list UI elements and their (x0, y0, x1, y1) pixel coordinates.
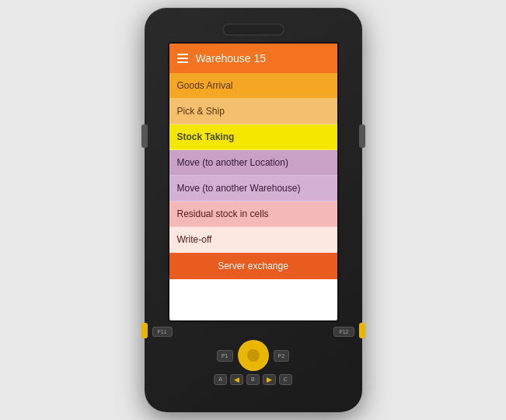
dpad[interactable] (238, 340, 269, 371)
hamburger-icon[interactable] (177, 54, 188, 63)
f11-button[interactable]: F11 (152, 327, 173, 337)
key-b[interactable]: B (246, 374, 260, 385)
p2-button[interactable]: P2 (274, 350, 290, 362)
menu-item-residual[interactable]: Residual stock in cells (169, 201, 337, 227)
scanner-bump (222, 23, 284, 36)
side-button-left-yellow[interactable] (141, 323, 148, 338)
menu-item-move-location[interactable]: Move (to another Location) (169, 150, 337, 176)
app-header: Warehouse 15 (169, 44, 337, 73)
key-a[interactable]: A (214, 374, 227, 385)
server-exchange-button[interactable]: Server exchange (169, 253, 337, 279)
dpad-center (247, 349, 260, 362)
f12-button[interactable]: F12 (333, 327, 354, 337)
menu-item-stock-taking[interactable]: Stock Taking (169, 124, 337, 150)
alpha-key-row: A ◀ B ▶ C (214, 374, 291, 385)
menu-item-pick-ship[interactable]: Pick & Ship (169, 99, 337, 124)
arrow-left[interactable]: ◀ (230, 374, 243, 385)
fn-key-row: F11 F12 (152, 327, 354, 337)
menu-item-writeoff[interactable]: Write-off (169, 227, 337, 253)
device-keypad: F11 F12 P1 P2 A ◀ B ▶ C (145, 322, 362, 412)
side-button-right-yellow[interactable] (359, 323, 365, 338)
device-top (145, 8, 362, 39)
handheld-device: Warehouse 15 Goods Arrival Pick & Ship S… (145, 8, 362, 412)
p1-button[interactable]: P1 (217, 350, 233, 362)
arrow-right[interactable]: ▶ (263, 374, 276, 385)
menu-item-goods-arrival[interactable]: Goods Arrival (169, 73, 337, 99)
nav-cluster: P1 P2 (217, 340, 289, 371)
menu-item-move-warehouse[interactable]: Move (to another Warehouse) (169, 176, 337, 201)
screen: Warehouse 15 Goods Arrival Pick & Ship S… (168, 42, 339, 322)
key-c[interactable]: C (279, 374, 292, 385)
side-button-left[interactable] (141, 124, 148, 148)
side-button-right[interactable] (359, 124, 365, 148)
app-title: Warehouse 15 (196, 52, 267, 65)
